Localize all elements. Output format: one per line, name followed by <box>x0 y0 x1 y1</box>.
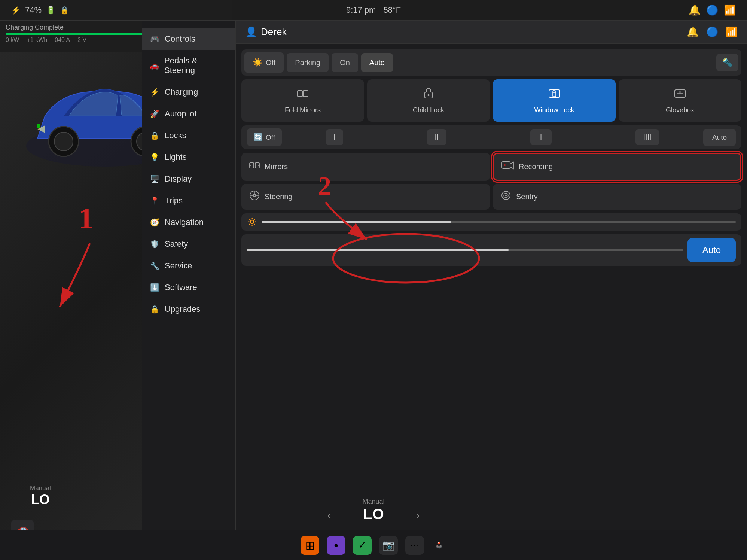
recording-tile[interactable]: Recording <box>493 153 741 181</box>
temp-slider[interactable] <box>247 249 683 251</box>
controls-header: 👤 Derek 🔔 🔵 📶 <box>236 21 747 44</box>
parking-lights-label: Parking <box>295 58 320 67</box>
sidebar-item-safety[interactable]: 🛡️ Safety <box>142 233 235 255</box>
lights-on-button[interactable]: On <box>332 53 358 72</box>
status-center: 9:17 pm 58°F <box>346 5 401 15</box>
sidebar-item-pedals[interactable]: 🚗 Pedals & Steering <box>142 50 235 81</box>
bluetooth-header-icon[interactable]: 🔵 <box>706 26 718 38</box>
sentry-tile-icon <box>500 190 512 204</box>
window-lock-tile[interactable]: Window Lock <box>493 79 616 122</box>
sidebar-item-display[interactable]: 🖥️ Display <box>142 168 235 190</box>
wiper-speed-4[interactable]: IIII <box>635 129 659 145</box>
icon-grid: Fold Mirrors Child Lock <box>241 79 741 122</box>
taskbar-icon-orange[interactable]: ▦ <box>301 536 319 555</box>
brightness-fill <box>262 221 451 223</box>
steering-tile[interactable]: Steering <box>241 184 490 210</box>
nav-chevrons: ‹ › <box>327 510 420 521</box>
fold-mirrors-label: Fold Mirrors <box>285 106 321 114</box>
lights-off-label: Off <box>266 58 275 67</box>
sidebar-label-pedals: Pedals & Steering <box>164 56 228 75</box>
wiper-icon: 🔄 <box>254 133 263 141</box>
wifi-header-icon[interactable]: 📶 <box>726 26 738 38</box>
glovebox-tile[interactable]: Glovebox <box>619 79 741 122</box>
sidebar-item-lights[interactable]: 💡 Lights <box>142 146 235 168</box>
right-chevron[interactable]: › <box>417 510 420 521</box>
controls-area: 👤 Derek 🔔 🔵 📶 ☀️ Off Parking On <box>236 21 747 560</box>
wiper-row: 🔄 Off I II III IIII Auto <box>241 125 741 149</box>
temperature-row: Auto <box>241 234 741 266</box>
navigation-icon: 🧭 <box>150 218 159 227</box>
lights-parking-button[interactable]: Parking <box>287 53 329 72</box>
fold-mirrors-icon <box>296 87 310 103</box>
sidebar-item-charging[interactable]: ⚡ Charging <box>142 81 235 103</box>
wiper-speed-3[interactable]: III <box>530 129 552 145</box>
sentry-label: Sentry <box>516 192 538 201</box>
status-right: 🔔 🔵 📶 <box>689 4 736 16</box>
trips-icon: 📍 <box>150 196 159 205</box>
brightness-dim-icon: 🔅 <box>247 217 257 227</box>
auto-climate-button[interactable]: Auto <box>687 238 736 262</box>
wifi-icon[interactable]: 📶 <box>724 4 736 16</box>
steering-label: Steering <box>265 192 293 201</box>
sentry-tile[interactable]: Sentry <box>493 184 741 210</box>
user-info: 👤 Derek <box>245 26 287 38</box>
light-beam-icon-group[interactable]: 🔦 <box>716 54 738 71</box>
wiper-speed-controls: I II III IIII <box>286 129 699 145</box>
lights-auto-label: Auto <box>369 58 385 67</box>
sidebar-label-safety: Safety <box>165 239 188 249</box>
svg-point-23 <box>253 194 256 197</box>
sidebar-item-software[interactable]: ⬇️ Software <box>142 277 235 298</box>
sidebar-item-locks[interactable]: 🔒 Locks <box>142 125 235 146</box>
taskbar-icon-purple[interactable]: ● <box>327 536 345 555</box>
charging-bolt-icon: ⚡ <box>11 6 21 15</box>
software-icon: ⬇️ <box>150 283 159 292</box>
temp-fill <box>247 249 509 251</box>
wiper-speed-2[interactable]: II <box>427 129 446 145</box>
display-icon: 🖥️ <box>150 174 159 183</box>
sidebar-item-service[interactable]: 🔧 Service <box>142 255 235 277</box>
wiper-auto-button[interactable]: Auto <box>703 129 736 146</box>
main-panel: Manual LO 🚗 🎮 Controls 🚗 Pedals & Steeri… <box>0 21 747 560</box>
manual-lo-left: Manual LO <box>30 484 51 508</box>
controls-icon: 🎮 <box>150 34 159 43</box>
svg-point-10 <box>428 94 430 96</box>
svg-rect-12 <box>553 93 556 97</box>
notification-icon[interactable]: 🔔 <box>689 4 701 16</box>
taskbar-joystick[interactable]: 🕹️ <box>432 538 446 553</box>
sidebar-item-upgrades[interactable]: 🔒 Upgrades <box>142 298 235 320</box>
brightness-slider[interactable] <box>262 221 736 223</box>
child-lock-label: Child Lock <box>413 106 444 114</box>
mirrors-label: Mirrors <box>265 162 288 171</box>
notification-header-icon[interactable]: 🔔 <box>687 26 699 38</box>
lights-off-button[interactable]: ☀️ Off <box>244 52 284 73</box>
sidebar-item-controls[interactable]: 🎮 Controls <box>142 28 235 50</box>
child-lock-tile[interactable]: Child Lock <box>367 79 490 122</box>
fold-mirrors-tile[interactable]: Fold Mirrors <box>241 79 364 122</box>
left-chevron[interactable]: ‹ <box>327 510 330 521</box>
sidebar-label-autopilot: Autopilot <box>165 109 197 119</box>
pedals-icon: 🚗 <box>150 61 159 70</box>
sidebar-item-trips[interactable]: 📍 Trips <box>142 190 235 211</box>
taskbar-icon-menu[interactable]: ⋯ <box>405 536 424 555</box>
mirrors-tile[interactable]: Mirrors <box>241 153 490 181</box>
sidebar-label-charging: Charging <box>165 87 198 97</box>
sidebar-item-navigation[interactable]: 🧭 Navigation <box>142 211 235 233</box>
wiper-speed-1[interactable]: I <box>326 129 343 145</box>
lights-auto-button[interactable]: Auto <box>361 53 393 72</box>
glovebox-label: Glovebox <box>666 106 694 114</box>
wiper-off-button[interactable]: 🔄 Off <box>247 128 282 146</box>
user-avatar-icon: 👤 <box>245 26 257 38</box>
locks-icon: 🔒 <box>150 131 159 140</box>
sidebar-item-autopilot[interactable]: 🚀 Autopilot <box>142 103 235 125</box>
user-name: Derek <box>261 26 287 38</box>
svg-rect-11 <box>549 90 560 97</box>
auto-climate-label: Auto <box>702 245 721 255</box>
bluetooth-icon[interactable]: 🔵 <box>706 4 718 16</box>
taskbar-icon-green[interactable]: ✓ <box>353 536 372 555</box>
sidebar-label-trips: Trips <box>165 196 183 206</box>
window-lock-label: Window Lock <box>534 106 574 114</box>
svg-rect-20 <box>502 162 510 168</box>
taskbar-icon-camera[interactable]: 📷 <box>379 536 398 555</box>
light-controls-row: ☀️ Off Parking On Auto 🔦 <box>241 49 741 76</box>
battery-icon: 🔋 <box>46 6 55 15</box>
